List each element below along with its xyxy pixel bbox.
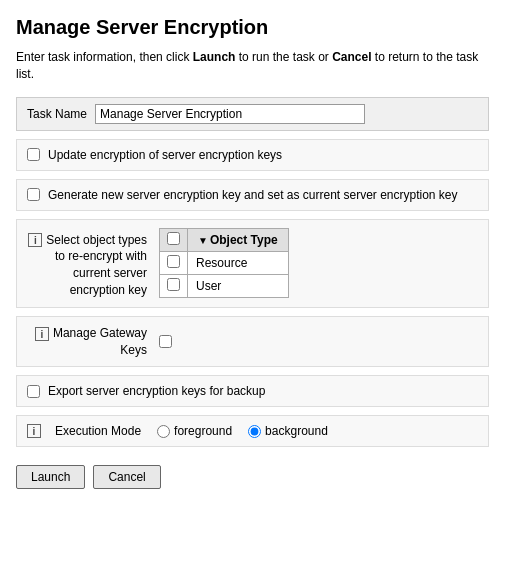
- table-row: Resource: [160, 251, 289, 274]
- page-title: Manage Server Encryption: [16, 16, 489, 39]
- gateway-keys-section: iManage Gateway Keys: [16, 316, 489, 368]
- background-option[interactable]: background: [248, 424, 328, 438]
- resource-checkbox-cell[interactable]: [160, 251, 188, 274]
- update-encryption-label: Update encryption of server encryption k…: [48, 148, 282, 162]
- object-type-info-icon[interactable]: i: [28, 233, 42, 247]
- foreground-option[interactable]: foreground: [157, 424, 232, 438]
- user-checkbox[interactable]: [167, 278, 180, 291]
- task-name-input[interactable]: [95, 104, 365, 124]
- background-label: background: [265, 424, 328, 438]
- update-encryption-checkbox[interactable]: [27, 148, 40, 161]
- generate-key-checkbox[interactable]: [27, 188, 40, 201]
- object-type-section: iSelect object types to re-encrypt with …: [16, 219, 489, 308]
- execution-mode-section: i Execution Mode foreground background: [16, 415, 489, 447]
- generate-key-row: Generate new server encryption key and s…: [16, 179, 489, 211]
- user-checkbox-cell[interactable]: [160, 274, 188, 297]
- intro-text: Enter task information, then click Launc…: [16, 49, 489, 83]
- gateway-keys-label: iManage Gateway Keys: [27, 325, 147, 359]
- export-keys-label: Export server encryption keys for backup: [48, 384, 265, 398]
- background-radio[interactable]: [248, 425, 261, 438]
- update-encryption-row: Update encryption of server encryption k…: [16, 139, 489, 171]
- object-type-select-all-header[interactable]: [160, 228, 188, 251]
- select-all-checkbox[interactable]: [167, 232, 180, 245]
- sort-arrow-icon: ▼: [198, 235, 208, 246]
- execution-mode-label: Execution Mode: [55, 424, 141, 438]
- object-type-column-header[interactable]: ▼Object Type: [188, 228, 289, 251]
- object-type-table: ▼Object Type Resource User: [159, 228, 289, 298]
- export-keys-row: Export server encryption keys for backup: [16, 375, 489, 407]
- export-keys-checkbox[interactable]: [27, 385, 40, 398]
- task-name-label: Task Name: [27, 107, 87, 121]
- gateway-info-icon[interactable]: i: [35, 327, 49, 341]
- task-name-row: Task Name: [16, 97, 489, 131]
- resource-checkbox[interactable]: [167, 255, 180, 268]
- foreground-radio[interactable]: [157, 425, 170, 438]
- cancel-button[interactable]: Cancel: [93, 465, 160, 489]
- resource-label-cell: Resource: [188, 251, 289, 274]
- table-row: User: [160, 274, 289, 297]
- launch-button[interactable]: Launch: [16, 465, 85, 489]
- object-type-label: iSelect object types to re-encrypt with …: [27, 228, 147, 299]
- execution-info-icon[interactable]: i: [27, 424, 41, 438]
- buttons-section: Launch Cancel: [16, 461, 489, 493]
- user-label-cell: User: [188, 274, 289, 297]
- foreground-label: foreground: [174, 424, 232, 438]
- gateway-keys-checkbox[interactable]: [159, 335, 172, 348]
- generate-key-label: Generate new server encryption key and s…: [48, 188, 458, 202]
